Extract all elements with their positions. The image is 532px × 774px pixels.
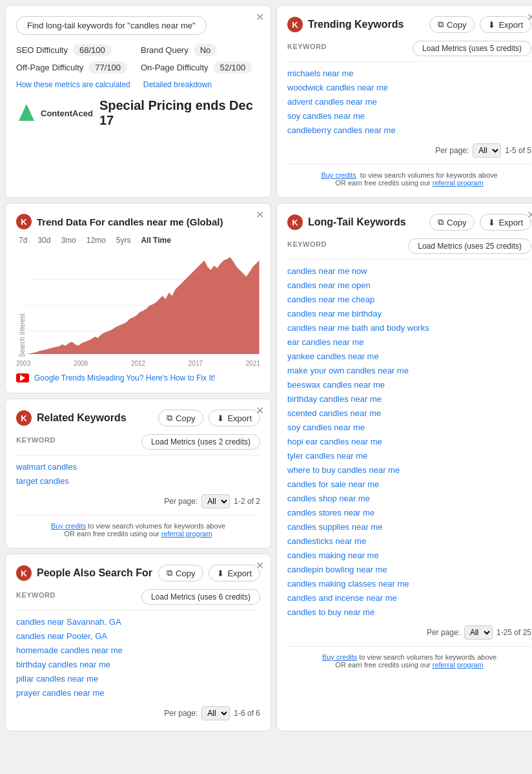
keyword-link[interactable]: candles near Pooler, GA — [16, 631, 107, 641]
detailed-breakdown-link[interactable]: Detailed breakdown — [143, 80, 212, 89]
close-search-widget[interactable]: ✕ — [256, 12, 264, 23]
close-trend-chart[interactable]: ✕ — [256, 210, 264, 220]
longtail-title: Long-Tail Keywords — [308, 216, 406, 228]
related-load-metrics-button[interactable]: Load Metrics (uses 2 credits) — [141, 434, 260, 450]
keyword-link[interactable]: pillar candles near me — [16, 674, 98, 684]
list-item: birthday candles near me — [287, 393, 531, 404]
copy-icon: ⧉ — [167, 568, 172, 578]
keyword-link[interactable]: candles making classes near me — [287, 579, 409, 589]
people-also-load-metrics-button[interactable]: Load Metrics (uses 6 credits) — [141, 589, 260, 605]
time-tab[interactable]: 30d — [35, 235, 53, 246]
metrics-links: How these metrics are calculated Detaile… — [16, 80, 260, 89]
list-item: ear candles near me — [287, 336, 531, 348]
list-item: candles near me open — [287, 279, 531, 291]
keyword-link[interactable]: where to buy candles near me — [287, 465, 400, 475]
related-copy-button[interactable]: ⧉ Copy — [158, 410, 203, 426]
keyword-link[interactable]: candles near me cheap — [287, 295, 374, 304]
trending-copy-button[interactable]: ⧉ Copy — [429, 16, 475, 33]
keyword-link[interactable]: candlepin bowling near me — [287, 565, 387, 574]
keyword-link[interactable]: candles near me open — [287, 280, 371, 290]
keyword-link[interactable]: homemade candles near me — [16, 645, 123, 655]
keyword-link[interactable]: birthday candles near me — [16, 660, 110, 669]
related-buy-credits-link[interactable]: Buy credits — [51, 522, 86, 530]
list-item: candles making classes near me — [287, 578, 531, 589]
time-tab[interactable]: 5yrs — [114, 235, 134, 246]
people-also-export-button[interactable]: ⬇ Export — [209, 565, 260, 581]
close-people-also[interactable]: ✕ — [256, 561, 264, 571]
trending-load-metrics-button[interactable]: Load Metrics (uses 5 credits) — [413, 41, 531, 56]
keyword-link[interactable]: tyler candles near me — [287, 451, 367, 461]
close-longtail[interactable]: ✕ — [527, 210, 532, 220]
related-per-page-select[interactable]: All 10 — [201, 494, 230, 508]
keyword-link[interactable]: woodwick candles near me — [287, 83, 388, 92]
keyword-link[interactable]: soy candles near me — [287, 423, 365, 432]
longtail-copy-button[interactable]: ⧉ Copy — [429, 214, 475, 231]
trending-keywords-card: ✕ K Trending Keywords ⧉ Copy ⬇ Export KE… — [276, 5, 532, 198]
keyword-link[interactable]: candles and incense near me — [287, 593, 397, 603]
keyword-link[interactable]: candles for sale near me — [287, 479, 379, 489]
keyword-link[interactable]: prayer candles near me — [16, 688, 105, 698]
people-also-header: K People Also Search For ⧉ Copy ⬇ Export — [16, 565, 260, 581]
people-also-copy-button[interactable]: ⧉ Copy — [158, 565, 203, 581]
keyword-link[interactable]: ear candles near me — [287, 337, 364, 347]
longtail-buy-credits-link[interactable]: Buy credits — [322, 653, 357, 661]
related-export-button[interactable]: ⬇ Export — [209, 410, 260, 426]
time-tab[interactable]: 3mo — [58, 235, 78, 246]
how-calculated-link[interactable]: How these metrics are calculated — [16, 80, 130, 89]
keyword-link[interactable]: walmart candles — [16, 462, 77, 472]
keyword-link[interactable]: candles shop near me — [287, 494, 370, 503]
keyword-link[interactable]: candles near me now — [287, 266, 367, 276]
keyword-link[interactable]: make your own candles near me — [287, 366, 409, 375]
time-tab[interactable]: 12mo — [84, 235, 108, 246]
trending-export-button[interactable]: ⬇ Export — [480, 16, 531, 33]
longtail-referral-link[interactable]: referral program — [433, 661, 484, 669]
keyword-link[interactable]: beeswax candles near me — [287, 380, 385, 390]
list-item: birthday candles near me — [16, 658, 260, 670]
keyword-link[interactable]: candlesticks near me — [287, 536, 366, 546]
keyword-link[interactable]: hopi ear candles near me — [287, 437, 382, 446]
keyword-link[interactable]: candles near Savannah, GA — [16, 617, 121, 627]
list-item: tyler candles near me — [287, 450, 531, 461]
chart-x-label: 2017 — [189, 360, 203, 367]
people-also-card: ✕ K People Also Search For ⧉ Copy ⬇ Expo… — [5, 554, 271, 731]
keyword-link[interactable]: target candles — [16, 476, 69, 486]
related-header: K Related Keywords ⧉ Copy ⬇ Export — [16, 410, 260, 426]
keyword-link[interactable]: candles near me birthday — [287, 309, 382, 319]
longtail-export-button[interactable]: ⬇ Export — [480, 214, 531, 231]
keyword-link[interactable]: candles near me bath and body works — [287, 323, 429, 333]
keyword-link[interactable]: candles supplies near me — [287, 522, 382, 532]
close-related[interactable]: ✕ — [256, 406, 264, 416]
keyword-link[interactable]: candleberry candles near me — [287, 125, 396, 135]
list-item: candles near Pooler, GA — [16, 630, 260, 642]
longtail-per-page-select[interactable]: All 10 25 — [464, 625, 493, 640]
off-page-row: Off-Page Difficulty 77/100 — [16, 61, 136, 74]
keyword-link[interactable]: candles stores near me — [287, 508, 374, 518]
trending-title: Trending Keywords — [308, 19, 404, 30]
keyword-link[interactable]: yankee candles near me — [287, 351, 379, 361]
people-also-per-page-select[interactable]: All 10 — [201, 706, 230, 720]
close-trending[interactable]: ✕ — [527, 12, 532, 23]
keyword-link[interactable]: advent candles near me — [287, 97, 377, 107]
keyword-link[interactable]: candles making near me — [287, 550, 379, 560]
keyword-link[interactable]: birthday candles near me — [287, 394, 382, 404]
chart-x-label: 2003 — [16, 360, 30, 367]
keyword-link[interactable]: scented candles near me — [287, 408, 381, 418]
trending-referral-link[interactable]: referral program — [433, 179, 484, 187]
time-tab[interactable]: All Time — [138, 235, 173, 246]
trending-per-page-select[interactable]: All 10 25 — [473, 143, 501, 158]
keyword-link[interactable]: soy candles near me — [287, 111, 365, 121]
logo-icon — [16, 103, 37, 123]
keyword-link[interactable]: candles to buy near me — [287, 607, 374, 617]
people-also-k-badge: K — [16, 565, 32, 581]
trending-buy-credits-link[interactable]: Buy credits — [321, 171, 356, 179]
people-also-actions: ⧉ Copy ⬇ Export — [158, 565, 260, 581]
related-referral-link[interactable]: referral program — [161, 530, 212, 538]
longtail-load-metrics-button[interactable]: Load Metrics (uses 25 credits) — [408, 238, 531, 254]
related-title: Related Keywords — [37, 412, 127, 424]
keyword-link[interactable]: michaels near me — [287, 68, 354, 78]
related-count: 1-2 of 2 — [234, 497, 260, 506]
list-item: advent candles near me — [287, 96, 531, 107]
time-tab[interactable]: 7d — [16, 235, 30, 246]
yt-link[interactable]: Google Trends Misleading You? Here's How… — [34, 373, 215, 382]
longtail-per-page-label: Per page: — [427, 628, 460, 637]
